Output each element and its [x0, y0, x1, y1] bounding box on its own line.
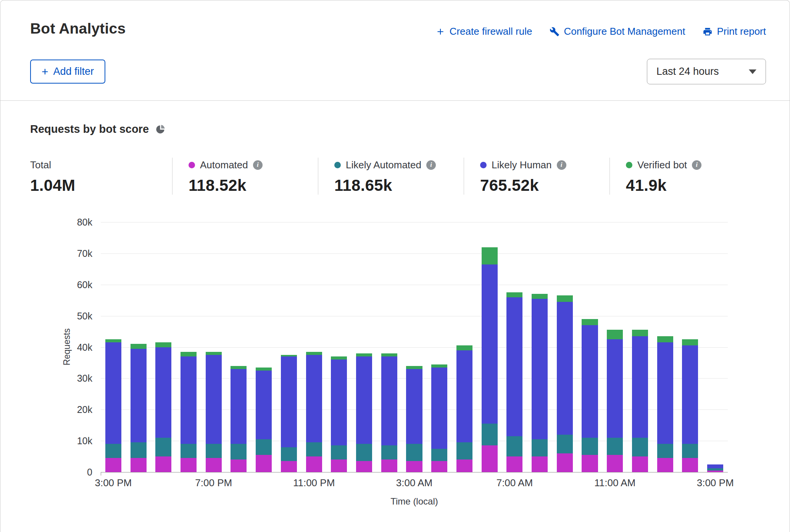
bar-segment-automated[interactable] [482, 445, 498, 472]
chart-bar[interactable] [276, 222, 301, 472]
chart-bar[interactable] [427, 222, 452, 472]
stacked-bar[interactable] [306, 352, 322, 472]
bar-segment-likely-human[interactable] [356, 356, 372, 444]
bar-segment-verified-bot[interactable] [532, 294, 548, 298]
bar-segment-automated[interactable] [155, 456, 171, 472]
chart-bar[interactable] [577, 222, 603, 472]
bar-segment-likely-human[interactable] [281, 356, 297, 447]
bar-segment-verified-bot[interactable] [582, 319, 598, 325]
add-filter-button[interactable]: + Add filter [30, 60, 105, 84]
bar-segment-automated[interactable] [331, 459, 347, 472]
bar-segment-likely-human[interactable] [155, 347, 171, 438]
bar-segment-likely-human[interactable] [181, 356, 197, 444]
bar-segment-verified-bot[interactable] [607, 330, 623, 339]
stacked-bar[interactable] [131, 344, 147, 472]
create-firewall-rule-link[interactable]: Create firewall rule [435, 26, 532, 37]
bar-segment-likely-human[interactable] [657, 342, 673, 444]
bar-segment-likely-automated[interactable] [557, 435, 573, 453]
bar-segment-verified-bot[interactable] [331, 356, 347, 360]
bar-segment-automated[interactable] [131, 458, 147, 472]
print-report-link[interactable]: Print report [703, 26, 766, 37]
bar-segment-likely-automated[interactable] [155, 438, 171, 456]
bar-segment-automated[interactable] [105, 458, 121, 472]
bar-segment-likely-human[interactable] [682, 345, 698, 444]
bar-segment-verified-bot[interactable] [682, 339, 698, 345]
bar-segment-likely-human[interactable] [105, 342, 121, 444]
bar-segment-verified-bot[interactable] [181, 352, 197, 356]
bar-segment-likely-automated[interactable] [532, 439, 548, 456]
stacked-bar[interactable] [256, 368, 272, 472]
stacked-bar[interactable] [181, 352, 197, 472]
info-icon[interactable]: i [557, 160, 566, 170]
stacked-bar[interactable] [155, 342, 171, 472]
bar-segment-likely-automated[interactable] [506, 436, 522, 456]
info-icon[interactable]: i [692, 160, 701, 170]
bar-segment-likely-human[interactable] [557, 302, 573, 435]
bar-segment-likely-human[interactable] [456, 350, 472, 443]
stacked-bar[interactable] [281, 355, 297, 472]
chart-bar[interactable] [351, 222, 377, 472]
bar-segment-likely-automated[interactable] [632, 438, 648, 456]
chart-bar[interactable] [126, 222, 151, 472]
bar-segment-likely-human[interactable] [131, 349, 147, 443]
bar-segment-automated[interactable] [557, 453, 573, 472]
bar-segment-likely-human[interactable] [431, 368, 447, 449]
bar-segment-likely-automated[interactable] [181, 444, 197, 458]
info-icon[interactable]: i [426, 160, 436, 170]
stacked-bar[interactable] [607, 330, 623, 472]
bar-segment-automated[interactable] [206, 458, 222, 472]
bar-segment-verified-bot[interactable] [356, 353, 372, 356]
bar-segment-likely-automated[interactable] [682, 444, 698, 458]
chart-bar[interactable] [402, 222, 427, 472]
bar-segment-likely-human[interactable] [406, 369, 422, 444]
bar-segment-verified-bot[interactable] [431, 364, 447, 368]
bar-segment-likely-human[interactable] [506, 297, 522, 436]
bar-segment-likely-human[interactable] [707, 464, 723, 469]
stacked-bar[interactable] [456, 345, 472, 472]
bar-segment-likely-automated[interactable] [381, 445, 397, 459]
chart-bar[interactable] [653, 222, 678, 472]
bar-segment-verified-bot[interactable] [632, 330, 648, 336]
bar-segment-likely-human[interactable] [206, 355, 222, 444]
stacked-bar[interactable] [431, 364, 447, 472]
chart-bar[interactable] [301, 222, 327, 472]
chart-bar[interactable] [552, 222, 577, 472]
bar-segment-likely-human[interactable] [331, 360, 347, 445]
stacked-bar[interactable] [657, 336, 673, 472]
bar-segment-automated[interactable] [682, 458, 698, 472]
stacked-bar[interactable] [557, 295, 573, 472]
bar-segment-verified-bot[interactable] [456, 345, 472, 350]
info-icon[interactable]: i [253, 160, 263, 170]
bar-segment-likely-automated[interactable] [607, 438, 623, 455]
bar-segment-verified-bot[interactable] [256, 368, 272, 371]
bar-segment-automated[interactable] [256, 455, 272, 472]
stacked-bar[interactable] [231, 366, 247, 472]
bar-segment-verified-bot[interactable] [155, 342, 171, 347]
stacked-bar[interactable] [632, 330, 648, 472]
chart-bar[interactable] [527, 222, 552, 472]
bar-segment-automated[interactable] [281, 461, 297, 472]
bar-segment-automated[interactable] [356, 461, 372, 472]
bar-segment-verified-bot[interactable] [105, 339, 121, 342]
stacked-bar[interactable] [682, 339, 698, 472]
bar-segment-likely-human[interactable] [532, 299, 548, 439]
bar-segment-automated[interactable] [406, 461, 422, 472]
configure-bot-management-link[interactable]: Configure Bot Management [550, 26, 685, 37]
bar-segment-likely-human[interactable] [306, 355, 322, 442]
chart-bar[interactable] [678, 222, 703, 472]
chart-bar[interactable] [151, 222, 176, 472]
chart-bar[interactable] [201, 222, 226, 472]
bar-segment-likely-automated[interactable] [231, 444, 247, 459]
bar-segment-likely-automated[interactable] [657, 444, 673, 458]
bar-segment-likely-automated[interactable] [356, 444, 372, 461]
bar-segment-automated[interactable] [657, 458, 673, 472]
bar-segment-automated[interactable] [381, 459, 397, 472]
bar-segment-likely-automated[interactable] [482, 424, 498, 445]
chart-bar[interactable] [602, 222, 627, 472]
bar-segment-likely-automated[interactable] [206, 444, 222, 458]
bar-segment-automated[interactable] [532, 456, 548, 472]
bar-segment-verified-bot[interactable] [231, 366, 247, 369]
chart-bar[interactable] [477, 222, 502, 472]
chart-bar[interactable] [377, 222, 402, 472]
chart-bar[interactable] [176, 222, 201, 472]
